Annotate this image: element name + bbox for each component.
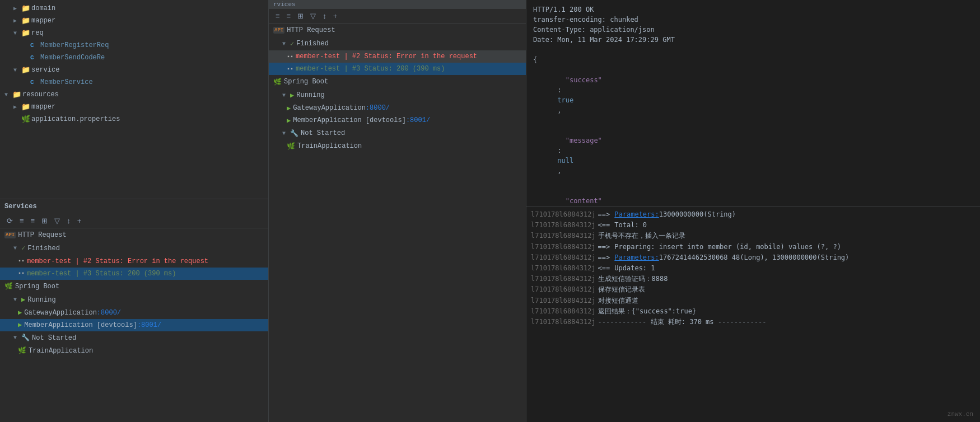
- tree-item-domain[interactable]: ▶ 📁 domain: [0, 2, 268, 15]
- spring-icon: 🌿: [4, 282, 13, 290]
- sort-btn2[interactable]: ↕: [320, 11, 329, 21]
- add-btn2[interactable]: +: [331, 11, 340, 21]
- tree-item-memberregisterreq[interactable]: C MemberRegisterReq: [0, 39, 268, 51]
- request-3-row2[interactable]: ▪▪ member-test | #3 Status: 200 (390 ms): [269, 63, 526, 75]
- tree-label: MemberRegisterReq: [40, 41, 109, 49]
- collapse-arrow: ▶: [13, 104, 21, 110]
- finished-item[interactable]: ▼ ✓ Finished: [0, 242, 268, 255]
- api-icon2: API: [273, 27, 284, 34]
- tree-label: application.properties: [31, 115, 120, 123]
- folder-icon: 📁: [21, 16, 31, 25]
- collapse-all-btn2[interactable]: ≡: [284, 11, 293, 21]
- not-started-item2[interactable]: ▼ 🔧 Not Started: [269, 126, 526, 140]
- top-bar-text: rvices: [273, 1, 296, 8]
- log-line-nomobile: l710178l6884312j 手机号不存在，插入一条记录: [531, 231, 976, 241]
- log-params-link[interactable]: Parameters:: [614, 209, 659, 220]
- http-request-item[interactable]: API HTTP Request: [0, 228, 268, 242]
- member-app-row2[interactable]: ▶ MemberApplication [devtools] :8001/: [269, 114, 526, 126]
- log-id10: l710178l6884312j: [531, 306, 596, 317]
- log-id2: l710178l6884312j: [531, 220, 596, 231]
- tree-item-membersendcodereq[interactable]: C MemberSendCodeRe: [0, 51, 268, 64]
- log-line-params2: l710178l6884312j ==> Parameters: 1767241…: [531, 252, 976, 263]
- refresh-button[interactable]: ⟳: [4, 215, 15, 226]
- request-3-row[interactable]: ▪▪ member-test | #3 Status: 200 (390 ms): [0, 268, 268, 280]
- log-nomobile-text: 手机号不存在，插入一条记录: [598, 231, 685, 241]
- run-icon: ▶: [21, 296, 25, 304]
- resp-brace-open: {: [533, 55, 973, 65]
- tree-label: MemberSendCodeRe: [40, 54, 105, 62]
- tree-item-mapper2[interactable]: ▶ 📁 mapper: [0, 101, 268, 113]
- sort-button[interactable]: ↕: [64, 215, 73, 226]
- log-updates-text: Updates: 1: [614, 263, 655, 274]
- spring-boot-item2[interactable]: 🌿 Spring Boot: [269, 75, 526, 88]
- not-started-item[interactable]: ▼ 🔧 Not Started: [0, 331, 268, 345]
- watermark: znwx.cn: [948, 411, 973, 418]
- group-button[interactable]: ⊞: [39, 215, 50, 226]
- val-true: true: [557, 96, 573, 104]
- java-icon: C: [30, 79, 40, 86]
- gateway-port2[interactable]: :8000/: [366, 104, 390, 112]
- file-tree: ▶ 📁 domain ▶ 📁 mapper ▼ 📁 req C MemberRe…: [0, 0, 268, 199]
- services-title: Services: [4, 203, 37, 210]
- tree-item-resources[interactable]: ▼ 📁 resources: [0, 88, 268, 101]
- log-params-value: 13000000000(String): [659, 209, 736, 220]
- wrench-icon: 🔧: [21, 334, 30, 342]
- member-app-row[interactable]: ▶ MemberApplication [devtools] :8001/: [0, 319, 268, 331]
- log-savelog-text: 保存短信记录表: [598, 284, 645, 295]
- panel-top-bar: rvices: [269, 0, 526, 9]
- add-button[interactable]: +: [75, 215, 84, 226]
- train-app-row[interactable]: 🌿 TrainApplication: [0, 345, 268, 357]
- log-connect-text: 对接短信通道: [598, 296, 638, 306]
- member-port2[interactable]: :8001/: [406, 116, 430, 124]
- left-panel: ▶ 📁 domain ▶ 📁 mapper ▼ 📁 req C MemberRe…: [0, 0, 269, 422]
- log-params-link2[interactable]: Parameters:: [614, 252, 659, 263]
- tree-item-service[interactable]: ▼ 📁 service: [0, 64, 268, 76]
- tree-item-appprops[interactable]: 🌿 application.properties: [0, 113, 268, 125]
- expand-all-button[interactable]: ≡: [17, 215, 26, 226]
- tree-item-memberservice[interactable]: C MemberService: [0, 76, 268, 88]
- services-header: Services: [0, 199, 268, 214]
- finished-label2: Finished: [296, 40, 329, 48]
- log-arrow3: ==>: [598, 242, 610, 252]
- train-icon: 🌿: [18, 346, 26, 355]
- log-id7: l710178l6884312j: [531, 274, 596, 284]
- expand-all-btn2[interactable]: ≡: [273, 11, 282, 21]
- gateway-app-row2[interactable]: ▶ GatewayApplication :8000/: [269, 102, 526, 114]
- check-icon2: ✓: [290, 40, 294, 48]
- collapse-arrow2: ▼: [282, 92, 290, 99]
- http-request-item2[interactable]: API HTTP Request: [269, 24, 526, 37]
- colon1: :: [557, 86, 565, 94]
- request-2-label: member-test | #2 Status: Error in the re…: [27, 257, 208, 265]
- tree-item-mapper[interactable]: ▶ 📁 mapper: [0, 15, 268, 27]
- group-btn2[interactable]: ⊞: [295, 11, 306, 21]
- tree-item-req[interactable]: ▼ 📁 req: [0, 27, 268, 39]
- resp-success: "success" : true ,: [533, 65, 973, 125]
- collapse-all-button[interactable]: ≡: [29, 215, 38, 226]
- collapse-arrow: ▶: [13, 17, 21, 24]
- request-3-label2: member-test | #3 Status: 200 (390 ms): [296, 65, 445, 73]
- finished-label: Finished: [27, 245, 60, 252]
- train-app-row2[interactable]: 🌿 TrainApplication: [269, 140, 526, 152]
- collapse-arrow3: ▼: [282, 130, 290, 137]
- request-2-row2[interactable]: ▪▪ member-test | #2 Status: Error in the…: [269, 50, 526, 63]
- filter-button[interactable]: ▽: [52, 215, 62, 226]
- running-item2[interactable]: ▼ ▶ Running: [269, 88, 526, 102]
- gateway-app-row[interactable]: ▶ GatewayApplication :8000/: [0, 307, 268, 319]
- collapse-arrow: ▼: [13, 245, 21, 251]
- gateway-port[interactable]: :8000/: [97, 309, 121, 317]
- collapse-arrow: ▼: [13, 297, 21, 303]
- services-toolbar: ⟳ ≡ ≡ ⊞ ▽ ↕ +: [0, 214, 268, 228]
- member-label: MemberApplication [devtools]: [24, 321, 137, 329]
- finished-item2[interactable]: ▼ ✓ Finished: [269, 37, 526, 50]
- spring-boot-item[interactable]: 🌿 Spring Boot: [0, 280, 268, 293]
- filter-btn2[interactable]: ▽: [308, 11, 318, 21]
- not-started-label2: Not Started: [301, 129, 345, 137]
- key-message: "message": [557, 137, 601, 144]
- member-port[interactable]: :8001/: [137, 321, 161, 329]
- resp-content: "content" : null: [533, 186, 973, 207]
- log-arrow4: ==>: [598, 252, 610, 263]
- train-icon2: 🌿: [287, 142, 295, 151]
- running-item[interactable]: ▼ ▶ Running: [0, 293, 268, 307]
- not-started-label: Not Started: [32, 334, 76, 342]
- request-2-row[interactable]: ▪▪ member-test | #2 Status: Error in the…: [0, 255, 268, 268]
